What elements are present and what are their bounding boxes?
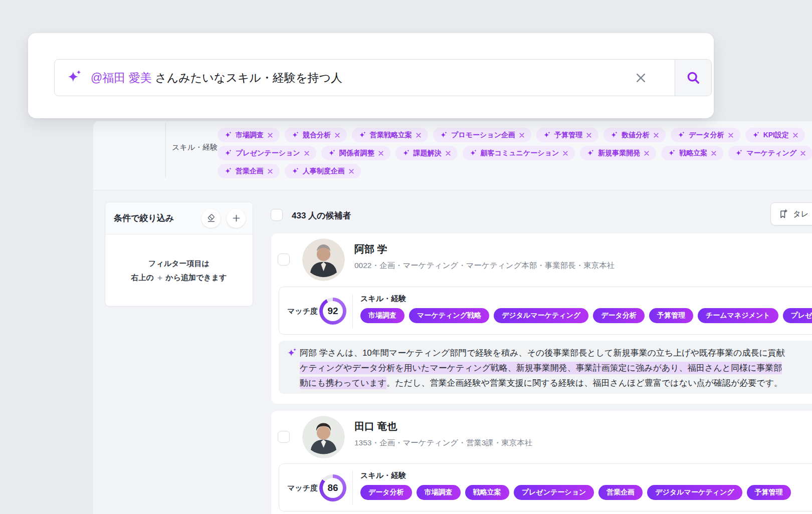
condition-tag-row: 市場調査 競合分析 営業戦略立案 プロモーション企画 — [218, 128, 812, 142]
search-button[interactable] — [675, 60, 711, 96]
clear-search-icon[interactable] — [635, 72, 647, 84]
sparkle-icon — [735, 149, 743, 157]
remove-tag-icon[interactable] — [416, 132, 422, 138]
skills-label: スキル・経験 — [360, 471, 406, 480]
add-filter-button[interactable] — [227, 209, 246, 228]
match-label: マッチ度 — [287, 483, 318, 493]
filter-empty-message: フィルター項目は 右上の ＋ から追加できます — [105, 256, 253, 285]
remove-tag-icon[interactable] — [586, 132, 592, 138]
skill-tag[interactable]: 予算管理 — [649, 308, 693, 323]
condition-tag[interactable]: プロモーション企画 — [433, 128, 531, 142]
skill-tag[interactable]: 市場調査 — [360, 308, 404, 323]
condition-tag[interactable]: 顧客コミュニケーション — [463, 146, 575, 160]
ai-summary-text: 阿部 学さんは、10年間マーケティング部門で経験を積み、その後事業部長として新規… — [300, 346, 812, 391]
skills-row: データ分析 市場調査 戦略立案 プレゼンテーション 営業企画 デジタルマーケティ… — [360, 485, 812, 500]
candidate-name[interactable]: 阿部 学 — [354, 242, 387, 256]
remove-tag-icon[interactable] — [348, 168, 354, 174]
talent-list-button[interactable]: タレ — [770, 202, 812, 225]
remove-tag-icon[interactable] — [304, 150, 310, 156]
remove-tag-icon[interactable] — [445, 150, 451, 156]
condition-tag-label: 顧客コミュニケーション — [481, 149, 559, 158]
remove-tag-icon[interactable] — [334, 132, 340, 138]
remove-tag-icon[interactable] — [653, 132, 659, 138]
skill-tag[interactable]: マーケティング戦略 — [409, 308, 489, 323]
divider — [352, 294, 353, 328]
match-box: マッチ度 86 スキル・経験 データ分析 市場調査 戦略立案 プレゼンテーション… — [279, 463, 812, 511]
remove-tag-icon[interactable] — [711, 150, 717, 156]
skill-tag[interactable]: 市場調査 — [417, 485, 461, 500]
sparkle-icon — [677, 131, 685, 139]
skill-tag[interactable]: データ分析 — [360, 485, 412, 500]
skill-tag[interactable]: 戦略立案 — [465, 485, 509, 500]
condition-tag[interactable]: 戦略立案 — [661, 146, 723, 160]
filter-panel-title: 条件で絞り込み — [114, 212, 174, 224]
condition-tag-label: 営業企画 — [236, 167, 264, 176]
skill-tag[interactable]: 営業企画 — [598, 485, 643, 500]
search-input[interactable]: @福田 愛美 さんみたいなスキル・経験を持つ人 — [54, 59, 712, 96]
condition-tag[interactable]: 課題解決 — [395, 146, 458, 160]
condition-tag-label: 予算管理 — [554, 131, 582, 140]
candidate-card[interactable]: 田口 竜也 1353・企画・マーケティング・営業3課・東京本社 マッチ度 86 … — [271, 411, 812, 514]
remove-tag-icon[interactable] — [519, 132, 525, 138]
skill-tag[interactable]: プレゼンテーション — [514, 485, 594, 500]
mention-chip: @福田 愛美 — [91, 71, 152, 84]
remove-tag-icon[interactable] — [792, 132, 798, 138]
filter-panel-header: 条件で絞り込み — [105, 202, 253, 234]
skill-tag[interactable]: デジタルマーケティング — [647, 485, 742, 500]
condition-tag[interactable]: 営業企画 — [218, 164, 280, 178]
condition-tag[interactable]: 予算管理 — [536, 128, 598, 142]
match-score-ring: 92 — [319, 298, 346, 325]
candidate-name[interactable]: 田口 竜也 — [354, 420, 397, 433]
condition-tag[interactable]: 数値分析 — [603, 128, 666, 142]
condition-tag-label: 戦略立案 — [679, 149, 707, 158]
condition-tag[interactable]: プレゼンテーション — [218, 146, 316, 160]
skill-tag[interactable]: デジタルマーケティング — [494, 308, 588, 323]
skill-tag[interactable]: プレゼンテーション — [783, 308, 812, 323]
divider — [352, 471, 353, 505]
select-all-checkbox[interactable] — [271, 209, 283, 221]
sparkle-icon — [291, 167, 299, 175]
condition-tag[interactable]: 営業戦略立案 — [352, 128, 428, 142]
search-overlay: @福田 愛美 さんみたいなスキル・経験を持つ人 — [28, 33, 714, 118]
condition-tag[interactable]: 競合分析 — [285, 128, 347, 142]
sparkle-icon — [752, 131, 760, 139]
plus-icon — [232, 213, 241, 223]
sparkle-icon — [668, 149, 676, 157]
match-box: マッチ度 92 スキル・経験 市場調査 マーケティング戦略 デジタルマーケティン… — [279, 287, 812, 335]
skill-tag[interactable]: チームマネジメント — [698, 308, 778, 323]
eraser-icon — [207, 213, 216, 223]
condition-tag[interactable]: データ分析 — [671, 128, 740, 142]
skill-tag[interactable]: データ分析 — [593, 308, 645, 323]
remove-tag-icon[interactable] — [267, 168, 273, 174]
remove-tag-icon[interactable] — [267, 132, 273, 138]
condition-tag-label: 人事制度企画 — [303, 167, 345, 176]
condition-tag[interactable]: 関係者調整 — [321, 146, 390, 160]
skill-tag[interactable]: 予算管理 — [747, 485, 791, 500]
sparkle-icon — [224, 131, 232, 139]
condition-tag[interactable]: KPI設定 — [745, 128, 805, 142]
clear-filters-button[interactable] — [201, 209, 221, 228]
bookmark-plus-icon — [778, 209, 788, 219]
candidate-checkbox[interactable] — [278, 253, 290, 266]
condition-tag-label: KPI設定 — [763, 131, 789, 140]
candidate-meta: 1353・企画・マーケティング・営業3課・東京本社 — [354, 438, 532, 448]
candidate-card[interactable]: 阿部 学 0022・企画・マーケティング・マーケティング本部・事業部長・東京本社… — [271, 233, 812, 404]
condition-tag[interactable]: 新規事業開発 — [580, 146, 656, 160]
remove-tag-icon[interactable] — [644, 150, 650, 156]
condition-tag[interactable]: マーケティング — [728, 146, 812, 160]
skills-label: スキル・経験 — [360, 294, 406, 304]
condition-tag[interactable]: 市場調査 — [218, 128, 280, 142]
remove-tag-icon[interactable] — [562, 150, 568, 156]
skills-row: 市場調査 マーケティング戦略 デジタルマーケティング データ分析 予算管理 チー… — [360, 308, 812, 323]
filter-panel: 条件で絞り込み フィルター項目は 右上の ＋ から追加できます — [105, 202, 253, 307]
condition-tag-label: 数値分析 — [622, 131, 650, 140]
match-label: マッチ度 — [287, 307, 318, 316]
remove-tag-icon[interactable] — [378, 150, 384, 156]
search-query[interactable]: @福田 愛美 さんみたいなスキル・経験を持つ人 — [91, 70, 342, 86]
talent-list-button-label: タレ — [793, 209, 809, 219]
candidate-checkbox[interactable] — [278, 431, 290, 443]
remove-tag-icon[interactable] — [800, 150, 806, 156]
condition-tag[interactable]: 人事制度企画 — [285, 164, 361, 178]
match-score: 86 — [319, 474, 346, 501]
remove-tag-icon[interactable] — [728, 132, 734, 138]
